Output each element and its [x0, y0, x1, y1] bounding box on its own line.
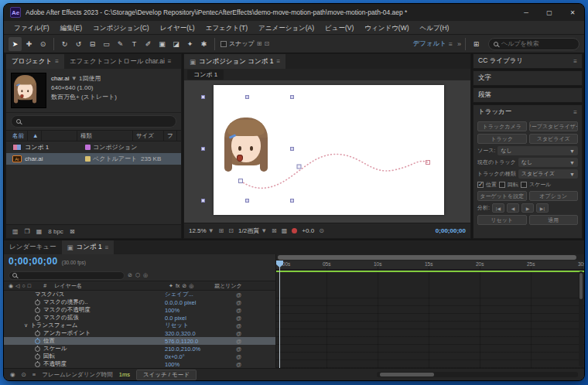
selection-handle[interactable] [290, 199, 294, 203]
rotation-checkbox[interactable] [499, 182, 505, 188]
property-row-rotation[interactable]: 回転 0x+0.0° @ [4, 353, 275, 360]
project-bpc-button[interactable]: 8 bpc [48, 228, 63, 235]
graph-editor-icon[interactable]: ◎ [143, 272, 148, 278]
apply-button[interactable]: 適用 [529, 215, 579, 225]
zoom-tool-icon[interactable]: ⊙ [36, 37, 50, 51]
selection-handle[interactable] [245, 199, 249, 203]
grid-guides-icon[interactable]: ⊞ [219, 227, 224, 234]
stopwatch-icon[interactable] [35, 315, 40, 321]
property-row-opacity[interactable]: 不透明度 100% @ [4, 360, 275, 368]
time-ruler[interactable]: :00s 05s 10s 15s 20s 25s 30s [276, 261, 584, 270]
brush-tool-icon[interactable]: ✐ [142, 37, 155, 51]
analyze-backward-icon[interactable]: ◀ [507, 203, 519, 213]
composition-canvas[interactable] [214, 85, 444, 215]
orbit-camera-tool-icon[interactable]: ↻ [58, 37, 71, 51]
show-channel-icon[interactable] [292, 228, 297, 233]
selection-tool-icon[interactable]: ➤ [9, 37, 22, 51]
solo-icon[interactable]: ○ [22, 283, 26, 289]
column-name[interactable]: 名前 ▲ [6, 131, 77, 141]
stopwatch-icon[interactable] [35, 331, 40, 336]
column-type[interactable]: 種類 [77, 131, 133, 141]
footage-name[interactable]: char.ai [51, 75, 70, 82]
snap-option-a-icon[interactable]: ⊞ [257, 40, 262, 47]
workspace-selector[interactable]: デフォルト ≡ [413, 39, 453, 49]
tab-project[interactable]: プロジェクト ≡ [6, 54, 64, 69]
minimize-button[interactable]: ─ [514, 4, 538, 21]
transparency-grid-icon[interactable]: ▩ [282, 227, 288, 234]
eraser-tool-icon[interactable]: ◪ [169, 37, 183, 51]
pickwhip-icon[interactable]: @ [236, 308, 241, 313]
snap-option-b-icon[interactable]: ⊡ [264, 40, 269, 47]
clone-stamp-tool-icon[interactable]: ▣ [156, 37, 169, 51]
menu-window[interactable]: ウィンドウ(W) [359, 21, 414, 35]
workspace-overflow-icon[interactable]: » [457, 40, 461, 48]
stopwatch-icon[interactable] [35, 354, 40, 359]
project-row-comp1[interactable]: コンポ 1 コンポジション [6, 141, 181, 153]
panel-menu-icon[interactable]: ≡ [573, 58, 577, 65]
project-search-input[interactable] [24, 118, 156, 125]
composition-viewer[interactable] [184, 80, 470, 223]
selection-handle[interactable] [201, 199, 205, 203]
menu-file[interactable]: ファイル(F) [9, 21, 55, 35]
footage-caret-icon[interactable]: ▼ [71, 75, 77, 82]
new-composition-icon[interactable]: ▦ [36, 228, 43, 235]
menu-help[interactable]: ヘルプ(H) [415, 21, 455, 35]
menu-layer[interactable]: レイヤー(L) [155, 21, 200, 35]
parent-link-column[interactable]: 親とリンク [214, 282, 275, 290]
options-button[interactable]: オプション [529, 191, 579, 201]
snap-checkbox[interactable] [220, 41, 227, 47]
tab-composition[interactable]: ▣ コンポジション コンポ 1 ≡ [184, 54, 285, 69]
expand-in-out-icon[interactable]: ≡ [32, 371, 36, 378]
current-track-dropdown[interactable]: なし ▼ [518, 158, 578, 167]
roto-brush-tool-icon[interactable]: ✦ [183, 37, 197, 51]
project-search[interactable] [11, 115, 176, 128]
menu-edit[interactable]: 編集(E) [55, 21, 87, 35]
property-row-mask-opacity[interactable]: マスクの不透明度 100% @ [4, 306, 275, 314]
timeline-search[interactable] [9, 271, 125, 280]
expand-transfer-controls-icon[interactable]: ⊙ [22, 371, 26, 378]
pickwhip-icon[interactable]: @ [236, 323, 241, 329]
property-row-scale[interactable]: スケール 210.0,210.0% @ [4, 345, 275, 353]
property-row-anchor-point[interactable]: アンカーポイント 320.0,320.0 @ [4, 329, 275, 337]
expand-layer-switches-icon[interactable]: ◉ [10, 371, 15, 378]
tab-timeline-comp1[interactable]: ▣ コンポ 1 ≡ [62, 240, 115, 254]
hand-tool-icon[interactable]: ✚ [22, 37, 36, 51]
viewer-timecode[interactable]: 0;00;00;00 [436, 227, 466, 234]
analyze-forward-icon[interactable]: ▶ [521, 203, 534, 213]
stopwatch-icon[interactable] [35, 300, 40, 305]
pickwhip-icon[interactable]: @ [236, 300, 241, 305]
zoom-control[interactable]: 12.5% ▼ [189, 227, 214, 234]
switches-modes-button[interactable]: スイッチ / モード [136, 370, 197, 380]
panel-menu-icon[interactable]: ≡ [55, 58, 59, 65]
panel-menu-icon[interactable]: ≡ [105, 244, 109, 251]
analyze-last-icon[interactable]: ▶| [536, 203, 549, 213]
scale-checkbox[interactable] [521, 182, 527, 188]
tab-render-queue[interactable]: レンダーキュー [4, 240, 62, 254]
pickwhip-icon[interactable]: @ [236, 315, 241, 321]
timeline-track-area[interactable]: :00s 05s 10s 15s 20s 25s 30s [276, 254, 584, 368]
stopwatch-icon[interactable] [35, 339, 40, 344]
stopwatch-icon[interactable] [35, 308, 40, 313]
motion-blur-icon[interactable]: ◎ [189, 283, 193, 289]
draft-3d-icon[interactable]: ⬡ [135, 272, 140, 278]
video-eye-icon[interactable]: ◉ [9, 283, 13, 289]
shared-view-icon[interactable]: ⊞ [470, 37, 483, 51]
current-timecode[interactable]: 0;00;00;00 [9, 256, 58, 267]
track-type-dropdown[interactable]: スタビライズ ▼ [518, 169, 578, 179]
audio-icon[interactable]: ◁ [15, 283, 19, 289]
maximize-button[interactable]: ▢ [538, 4, 561, 21]
safe-margins-icon[interactable]: ⊡ [228, 227, 234, 234]
property-row-mask-path[interactable]: マスクパス シェイプ... @ [4, 291, 275, 298]
label-chip[interactable] [85, 156, 91, 162]
lock-icon[interactable]: □ [28, 283, 31, 289]
frame-blend-icon[interactable]: ⊘ [182, 283, 186, 289]
timeline-horizontal-scrollbar[interactable] [377, 372, 578, 377]
help-search[interactable] [488, 38, 579, 50]
pen-tool-icon[interactable]: ✎ [114, 37, 127, 51]
panel-character[interactable]: 文字 [473, 71, 582, 85]
menu-animation[interactable]: アニメーション(A) [253, 21, 320, 35]
resolution-control[interactable]: 1/2画質 ▼ [238, 227, 267, 235]
warp-stabilizer-button[interactable]: ワープスタビライザー [529, 121, 579, 131]
composition-mini-flowchart-icon[interactable]: ⊘ [128, 272, 132, 278]
panel-paragraph[interactable]: 段落 [473, 88, 582, 102]
